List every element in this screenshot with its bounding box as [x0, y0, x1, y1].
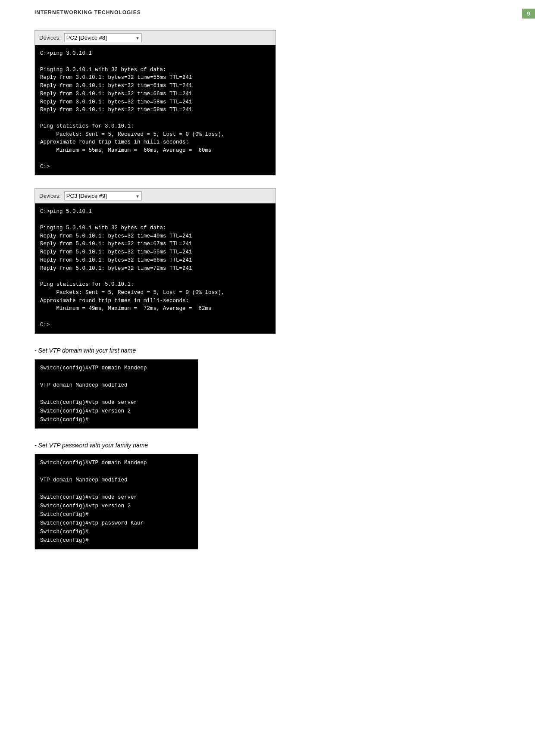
vtp-password-label: - Set VTP password with your family name	[34, 442, 501, 449]
device-select-pc2[interactable]: PC2 [Device #8]	[64, 33, 142, 42]
vtp-password-terminal: Switch(config)#VTP domain Mandeep VTP do…	[34, 454, 198, 550]
device-header-pc3: Devices: PC3 [Device #9] ▼	[35, 189, 275, 203]
page-header-title: INTERNETWORKING TECHNOLOGIES	[34, 9, 141, 16]
vtp-password-section: - Set VTP password with your family name…	[34, 442, 501, 550]
device-label-pc3: Devices:	[39, 193, 61, 199]
vtp-domain-section: - Set VTP domain with your first name Sw…	[34, 347, 501, 429]
device-panel-pc2: Devices: PC2 [Device #8] ▼ C:>ping 3.0.1…	[34, 30, 276, 175]
device-select-wrapper-pc2[interactable]: PC2 [Device #8] ▼	[64, 33, 142, 42]
vtp-domain-label: - Set VTP domain with your first name	[34, 347, 501, 354]
terminal-output-pc2: C:>ping 3.0.10.1 Pinging 3.0.10.1 with 3…	[35, 45, 275, 175]
page-number-badge: 9	[522, 9, 535, 19]
terminal-output-pc3: C:>ping 5.0.10.1 Pinging 5.0.10.1 with 3…	[35, 203, 275, 333]
device-select-wrapper-pc3[interactable]: PC3 [Device #9] ▼	[64, 191, 142, 200]
device-header-pc2: Devices: PC2 [Device #8] ▼	[35, 31, 275, 45]
device-panel-pc3: Devices: PC3 [Device #9] ▼ C:>ping 5.0.1…	[34, 188, 276, 334]
vtp-domain-terminal: Switch(config)#VTP domain Mandeep VTP do…	[34, 359, 198, 429]
device-label-pc2: Devices:	[39, 34, 61, 41]
device-select-pc3[interactable]: PC3 [Device #9]	[64, 191, 142, 200]
